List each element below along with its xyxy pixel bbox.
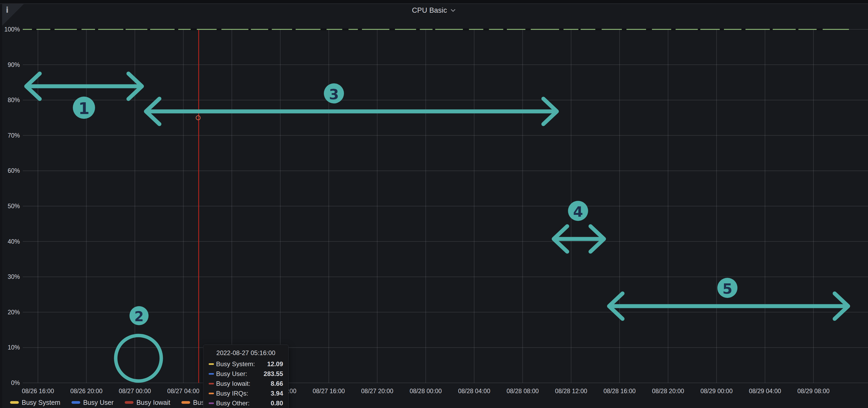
x-axis-label: 08/28 04:00 [458,387,490,395]
x-axis-label: 08/28 12:00 [555,387,587,395]
tooltip-series-value: 3.94 [271,390,283,397]
y-axis-label: 50% [8,203,20,210]
annotations-layer: 12345 [26,74,848,381]
tooltip-series-label: Busy Other: [216,400,250,407]
tooltip-series-label: Busy System: [216,361,255,368]
tooltip-series-label: Busy Iowait: [216,380,250,387]
x-axis-label: 08/27 20:00 [361,387,394,395]
tooltip-row: Busy IRQs:3.94 [209,388,283,398]
tooltip-series-value: 12.09 [267,361,283,368]
series-color-dash [209,373,214,375]
x-axis-label: 08/26 20:00 [70,387,103,395]
numbered-badge-annotation: 5 [717,278,738,298]
series-color-dash [209,393,214,394]
x-axis-label: 08/27 04:00 [167,387,200,395]
y-axis-label: 60% [8,167,20,174]
series-color-dash [209,402,214,404]
tooltip-row: Busy System:12.09 [209,359,283,369]
numbered-badge-annotation: 2 [129,306,149,325]
x-axis-label: 08/26 16:00 [22,387,54,395]
y-axis-label: 10% [8,344,20,351]
y-axis-label: 20% [8,309,20,316]
legend-swatch [71,401,80,404]
y-axis-label: 40% [8,238,20,245]
grid-lines [23,29,868,383]
chart-legend: Busy SystemBusy UserBusy IowaitBusy IRQs [10,399,225,406]
highlight-ring-annotation [116,336,161,381]
tooltip-series-value: 0.80 [271,400,283,407]
x-axis-label: 08/28 08:00 [506,387,539,395]
badge-number: 1 [79,99,90,118]
badge-number: 5 [722,280,733,297]
x-axis-label: 08/29 00:00 [701,387,733,395]
x-axis-label: 08/27 00:00 [119,387,151,395]
y-axis-label: 100% [4,26,20,33]
legend-label: Busy System [22,399,60,406]
legend-item[interactable]: Busy User [71,399,114,406]
series-color-dash [209,363,214,365]
double-arrow-annotation [26,74,142,99]
x-axis-label: 08/28 20:00 [652,387,684,395]
tooltip-series-label: Busy User: [216,370,247,378]
double-arrow-annotation [554,226,604,251]
legend-item[interactable]: Busy System [10,399,60,406]
legend-label: Busy User [83,399,114,406]
series-color-dash [209,383,214,384]
badge-number: 4 [573,203,583,220]
tooltip-rows: Busy System:12.09Busy User:283.55Busy Io… [209,359,283,408]
cpu-usage-chart[interactable]: 0%10%20%30%40%50%60%70%80%90%100%08/26 1… [0,0,868,408]
chart-tooltip: 2022-08-27 05:16:00 Busy System:12.09Bus… [203,344,289,408]
legend-swatch [10,401,19,404]
legend-label: Busy Iowait [136,399,170,406]
tooltip-row: Busy Iowait:8.66 [209,379,283,388]
numbered-badge-annotation: 4 [568,201,588,221]
double-arrow-annotation [146,99,557,124]
tooltip-row: Busy User:283.55 [209,369,283,379]
x-axis-label: 08/28 00:00 [410,387,442,395]
tooltip-row: Busy Other:0.80 [209,398,283,408]
tooltip-series-value: 283.55 [264,370,283,378]
tooltip-series-value: 8.66 [271,380,283,387]
x-axis-label: 08/28 16:00 [603,387,636,395]
y-axis-label: 80% [8,97,20,103]
grafana-cpu-basic-screenshot: { "header": { "title": "CPU Basic" }, "i… [0,0,868,408]
y-axis-label: 70% [8,132,20,139]
legend-item[interactable]: Busy Iowait [125,399,170,406]
numbered-badge-annotation: 3 [324,83,344,103]
x-axis-label: 08/29 04:00 [749,387,781,395]
y-axis-label: 0% [11,379,20,386]
legend-swatch [125,401,133,404]
y-axis-label: 30% [8,273,20,280]
tooltip-series-label: Busy IRQs: [216,390,248,397]
badge-number: 2 [134,309,144,325]
y-axis-label: 90% [8,61,20,68]
x-axis-label: 08/27 16:00 [313,387,345,395]
x-axis-label: 08/29 08:00 [797,387,830,395]
legend-swatch [181,401,190,404]
hover-point-marker [196,115,200,120]
badge-number: 3 [329,86,339,103]
numbered-badge-annotation: 1 [73,97,95,119]
tooltip-timestamp: 2022-08-27 05:16:00 [209,348,283,358]
